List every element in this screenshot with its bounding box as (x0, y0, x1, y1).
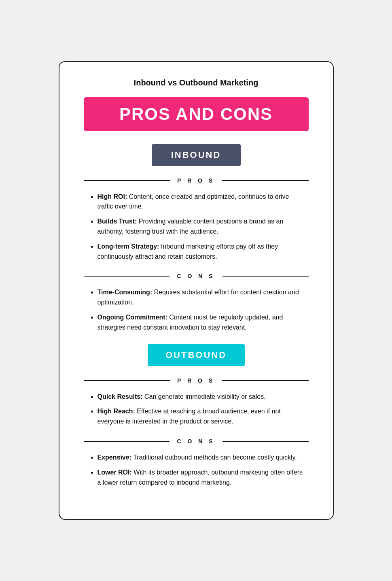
divider-line-left (84, 276, 170, 277)
inbound-cons-list: Time-Consuming: Requires substantial eff… (84, 287, 309, 332)
pros-cons-badge-text: PROS AND CONS (119, 104, 273, 123)
list-item: Builds Trust: Providing valuable content… (97, 217, 305, 237)
list-text: Traditional outbound methods can become … (131, 454, 297, 461)
pros-cons-badge: PROS AND CONS (84, 97, 309, 131)
divider-line-left (84, 380, 170, 381)
list-item: Ongoing Commitment: Content must be regu… (97, 313, 305, 333)
divider-line-left (84, 180, 170, 181)
list-term: High ROI: (97, 193, 127, 200)
list-item: High Reach: Effective at reaching a broa… (97, 406, 305, 427)
list-term: Builds Trust: (97, 218, 137, 225)
inbound-cons-label: C O N S (170, 273, 222, 279)
inbound-label: INBOUND (171, 150, 221, 160)
divider-line-right (222, 441, 309, 442)
outbound-badge: OUTBOUND (148, 344, 245, 366)
list-term: Ongoing Commitment: (97, 314, 167, 321)
list-term: Long-term Strategy: (97, 243, 159, 250)
divider-line-right (222, 276, 309, 277)
outbound-pros-label: P R O S (170, 377, 222, 384)
list-item: High ROI: Content, once created and opti… (97, 192, 305, 212)
main-card: Inbound vs Outbound Marketing PROS AND C… (59, 61, 334, 520)
list-item: Expensive: Traditional outbound methods … (97, 453, 305, 463)
list-item: Lower ROI: With its broader approach, ou… (97, 468, 305, 488)
list-term: Quick Results: (97, 393, 143, 400)
list-text: Can generate immediate visibility or sal… (143, 393, 266, 400)
divider-line-left (84, 441, 170, 442)
outbound-cons-divider: C O N S (84, 438, 309, 445)
list-item: Quick Results: Can generate immediate vi… (97, 392, 305, 402)
list-item: Time-Consuming: Requires substantial eff… (97, 287, 305, 308)
outbound-pros-divider: P R O S (84, 377, 309, 384)
page-title: Inbound vs Outbound Marketing (84, 78, 309, 87)
list-term: Expensive: (97, 454, 131, 461)
list-item: Long-term Strategy: Inbound marketing ef… (97, 242, 305, 262)
inbound-pros-list: High ROI: Content, once created and opti… (84, 192, 309, 262)
outbound-cons-list: Expensive: Traditional outbound methods … (84, 453, 309, 487)
inbound-pros-label: P R O S (170, 177, 222, 184)
inbound-pros-divider: P R O S (84, 177, 309, 184)
list-term: Time-Consuming: (97, 289, 153, 296)
inbound-badge: INBOUND (152, 144, 241, 166)
divider-line-right (222, 180, 308, 181)
inbound-cons-divider: C O N S (84, 273, 309, 279)
outbound-label: OUTBOUND (165, 350, 227, 360)
divider-line-right (222, 380, 308, 381)
list-term: Lower ROI: (97, 469, 132, 476)
outbound-pros-list: Quick Results: Can generate immediate vi… (84, 392, 309, 427)
outbound-cons-label: C O N S (170, 438, 222, 445)
list-term: High Reach: (97, 408, 135, 415)
